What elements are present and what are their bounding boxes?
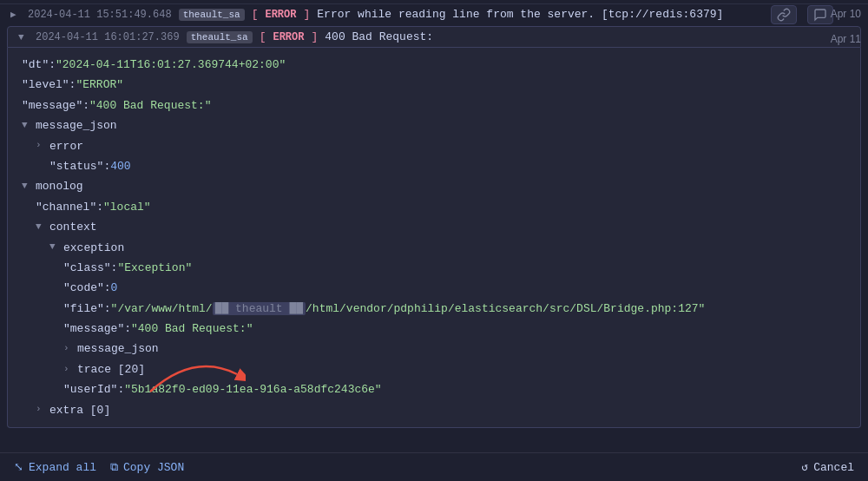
field-channel: "channel": "local" <box>36 197 846 217</box>
chevron-down-context: ▼ <box>36 219 46 236</box>
field-exc-message: "message": "400 Bad Request:" <box>63 319 846 339</box>
toggle-monolog[interactable]: ▼ monolog <box>22 176 846 196</box>
user-tag-1: theault_sa <box>179 9 245 21</box>
user-tag-2: theault_sa <box>187 31 253 43</box>
copy-json-label: Copy JSON <box>123 461 184 474</box>
chevron-right-trace: › <box>63 361 74 379</box>
error-badge-2: ERROR <box>273 31 304 43</box>
chevron-down-exception: ▼ <box>49 239 60 256</box>
monolog-body: "channel": "local" ▼ context ▼ exception… <box>36 197 846 420</box>
copy-json-button[interactable]: ⧉ Copy JSON <box>110 461 184 474</box>
chevron-down-icon-2: ▼ <box>18 32 29 43</box>
toggle-extra[interactable]: › extra [0] <box>36 400 846 420</box>
copy-icon: ⧉ <box>110 461 118 474</box>
chevron-right-exc-msg: › <box>63 340 74 358</box>
chevron-right-error: › <box>36 137 46 155</box>
error-bracket-2: [ <box>260 30 266 43</box>
field-message: "message": "400 Bad Request:" <box>22 96 846 115</box>
chevron-right-icon-1: ▶ <box>10 9 21 20</box>
log-entry-2-header[interactable]: ▼ 2024-04-11 16:01:27.369 theault_sa [ER… <box>7 26 861 48</box>
chevron-down-monolog: ▼ <box>22 178 32 195</box>
toggle-trace[interactable]: › trace [20] <box>63 359 846 379</box>
toggle-error[interactable]: › error <box>36 136 846 156</box>
date-label-2: Apr 11 <box>831 33 861 45</box>
field-status: "status": 400 <box>49 156 846 176</box>
toggle-message-json[interactable]: ▼ message_json <box>22 115 846 135</box>
expand-all-button[interactable]: ⤡ Expand all <box>14 460 96 474</box>
json-body: "dt": "2024-04-11T16:01:27.369744+02:00"… <box>7 48 861 428</box>
field-user-id: "userId": "5b1a82f0-ed09-11ea-916a-a58df… <box>63 379 846 399</box>
date-label-1: Apr 10 <box>831 8 861 20</box>
field-code: "code": 0 <box>63 278 846 298</box>
field-dt: "dt": "2024-04-11T16:01:27.369744+02:00" <box>22 55 846 75</box>
message-json-body: › error "status": 400 <box>36 136 846 177</box>
chevron-down-icon-msg: ▼ <box>22 117 32 135</box>
timestamp-2: 2024-04-11 16:01:27.369 <box>36 31 180 43</box>
error-bracket-1: [ <box>252 8 259 21</box>
context-body: ▼ exception "class": "Exception" "code":… <box>49 238 846 400</box>
timestamp-1: 2024-04-11 15:51:49.648 <box>28 9 172 21</box>
error-message-2: 400 Bad Request: <box>325 30 433 43</box>
cancel-icon: ↺ <box>801 460 808 474</box>
footer: ⤡ Expand all ⧉ Copy JSON ↺ Cancel <box>0 452 868 481</box>
cancel-label: Cancel <box>813 461 854 474</box>
error-badge-1: ERROR <box>265 9 296 21</box>
exception-body: "class": "Exception" "code": 0 "file": "… <box>63 258 846 400</box>
field-file: "file": "/var/www/html/██ theault ██/htm… <box>63 299 846 319</box>
toggle-context[interactable]: ▼ context <box>36 217 846 237</box>
toggle-exc-msg-json[interactable]: › message_json <box>63 339 846 359</box>
log-entry-1[interactable]: ▶ 2024-04-11 15:51:49.648 theault_sa [ER… <box>0 3 868 24</box>
toggle-exception[interactable]: ▼ exception <box>49 238 846 258</box>
chevron-right-extra: › <box>36 401 46 418</box>
error-message-1: Error while reading line from the server… <box>317 8 723 21</box>
expand-icon: ⤡ <box>14 460 23 474</box>
field-class: "class": "Exception" <box>63 258 846 278</box>
expand-all-label: Expand all <box>29 461 96 474</box>
field-level: "level": "ERROR" <box>22 75 846 95</box>
cancel-button[interactable]: ↺ Cancel <box>801 460 854 474</box>
